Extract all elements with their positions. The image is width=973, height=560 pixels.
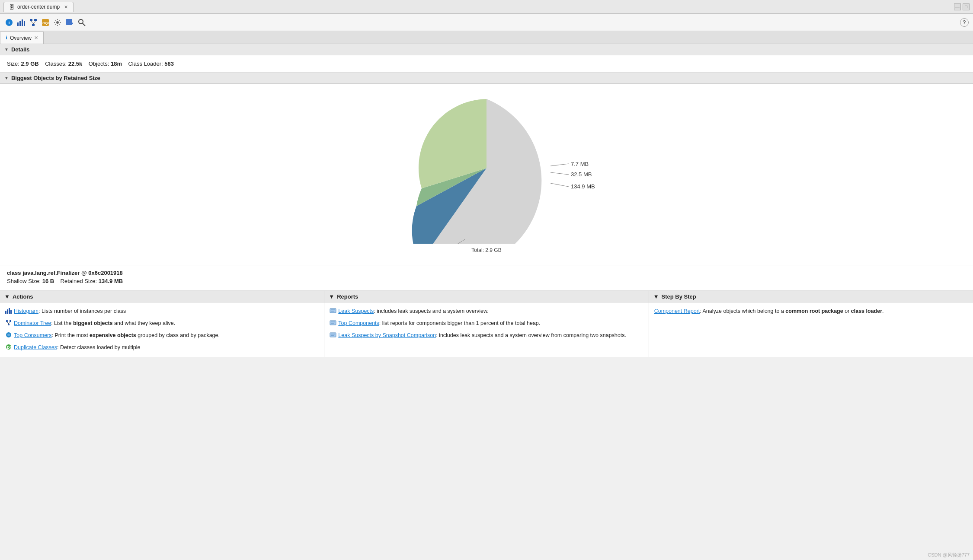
top-components-icon (330, 320, 336, 328)
svg-rect-12 (66, 19, 72, 25)
minimize-button[interactable]: — (954, 3, 961, 10)
svg-rect-23 (8, 324, 10, 325)
dominator-icon (5, 320, 12, 328)
reports-collapse-arrow[interactable]: ▼ (329, 293, 334, 300)
duplicate-classes-icon: DC (5, 344, 12, 353)
size-value: 2.9 GB (21, 60, 39, 67)
histogram-toolbar-icon[interactable] (16, 18, 26, 27)
actions-panel-header: ▼ Actions (0, 291, 324, 302)
step-by-step-panel: ▼ Step By Step Component Report: Analyze… (649, 291, 973, 357)
report-leak-snapshot: Leak Suspects by Snapshot Comparison: in… (330, 331, 643, 340)
step-panel-title: Step By Step (662, 293, 696, 300)
details-arrow: ▼ (4, 47, 9, 52)
report-top-components: Top Components: list reports for compone… (330, 319, 643, 328)
label-line-2 (551, 183, 569, 187)
search-toolbar-icon[interactable] (77, 18, 86, 27)
object-info: class java.lang.ref.Finalizer @ 0x6c2001… (0, 265, 973, 291)
dominator-link[interactable]: Dominator Tree (14, 320, 51, 326)
histogram-link[interactable]: Histogram (14, 308, 38, 314)
overview-tab-icon: ℹ (6, 35, 7, 41)
file-tab-label: order-center.dump (17, 4, 60, 10)
svg-rect-30 (330, 309, 336, 313)
action-top-consumers: Top Consumers: Print the most expensive … (5, 331, 319, 340)
svg-rect-4 (30, 19, 32, 21)
action-duplicate-classes: DC Duplicate Classes: Detect classes loa… (5, 343, 319, 353)
leak-suspects-icon (330, 308, 336, 316)
svg-rect-21 (6, 320, 8, 322)
top-consumers-link[interactable]: Top Consumers (14, 332, 52, 338)
class-loader-label: Class Loader: (128, 60, 163, 67)
duplicate-classes-link[interactable]: Duplicate Classes (14, 344, 57, 350)
classes-value: 22.5k (68, 60, 83, 67)
class-loader-value: 583 (164, 60, 174, 67)
label-text-4: 7.7 MB (571, 161, 589, 167)
biggest-objects-section-label: Biggest Objects by Retained Size (11, 75, 100, 81)
objects-value: 18m (111, 60, 122, 67)
svg-rect-3 (24, 21, 25, 26)
info-toolbar-icon[interactable]: i (4, 18, 14, 27)
actions-collapse-arrow[interactable]: ▼ (4, 293, 10, 300)
top-consumers-icon (5, 332, 12, 340)
chart-total: Total: 2.9 GB (471, 247, 501, 253)
svg-line-16 (83, 23, 85, 26)
maximize-button[interactable]: □ (963, 3, 970, 10)
step-by-step-panel-header: ▼ Step By Step (649, 291, 973, 302)
overview-tab[interactable]: ℹ Overview ✕ (0, 32, 44, 44)
details-section-header[interactable]: ▼ Details (0, 44, 973, 55)
component-report-link[interactable]: Component Report (654, 308, 700, 314)
main-content: ▼ Details Size: 2.9 GB Classes: 22.5k Ob… (0, 44, 973, 357)
leak-suspects-link[interactable]: Leak Suspects (338, 308, 374, 314)
help-area: ? (960, 18, 969, 27)
title-bar: 🗄 order-center.dump ✕ — □ (0, 0, 973, 14)
file-tab[interactable]: 🗄 order-center.dump ✕ (3, 2, 74, 12)
classes-label: Classes: (45, 60, 67, 67)
reports-panel-content: Leak Suspects: includes leak suspects an… (324, 302, 648, 345)
step-by-step-panel-content: Component Report: Analyze objects which … (649, 302, 973, 320)
svg-rect-20 (10, 310, 12, 314)
step-collapse-arrow[interactable]: ▼ (653, 293, 659, 300)
histogram-desc: : Lists number of instances per class (38, 308, 126, 314)
settings-toolbar-icon[interactable] (53, 18, 62, 27)
svg-point-27 (7, 334, 10, 336)
top-components-link[interactable]: Top Components (338, 320, 379, 326)
svg-point-11 (56, 21, 59, 24)
actions-panel-content: Histogram: Lists number of instances per… (0, 302, 324, 357)
label-line-3 (551, 172, 569, 175)
dominator-toolbar-icon[interactable] (29, 18, 38, 27)
svg-rect-36 (330, 333, 336, 337)
chart-area: 2.7 GB 7.7 MB 32.5 MB 134.9 MB Total: 2.… (0, 84, 973, 265)
overview-tab-close[interactable]: ✕ (34, 35, 38, 41)
svg-rect-19 (9, 308, 10, 314)
label-text-3: 32.5 MB (571, 171, 592, 178)
export-toolbar-icon[interactable] (65, 18, 74, 27)
details-content: Size: 2.9 GB Classes: 22.5k Objects: 18m… (0, 55, 973, 73)
svg-point-15 (79, 19, 83, 24)
action-dominator: Dominator Tree: List the biggest objects… (5, 319, 319, 328)
action-histogram: Histogram: Lists number of instances per… (5, 307, 319, 316)
retained-value: 134.9 MB (99, 278, 123, 284)
svg-rect-18 (7, 309, 8, 314)
file-tab-close[interactable]: ✕ (64, 4, 68, 10)
step-component-report: Component Report: Analyze objects which … (654, 307, 968, 315)
svg-rect-1 (19, 21, 21, 26)
report-leak-suspects: Leak Suspects: includes leak suspects an… (330, 307, 643, 316)
biggest-objects-section-header[interactable]: ▼ Biggest Objects by Retained Size (0, 73, 973, 84)
pie-chart: 2.7 GB 7.7 MB 32.5 MB 134.9 MB (335, 92, 638, 244)
help-icon[interactable]: ? (960, 18, 969, 27)
overview-tab-label: Overview (10, 35, 32, 41)
window-controls: — □ (954, 3, 970, 10)
histogram-icon (5, 308, 12, 316)
tab-strip: ℹ Overview ✕ (0, 31, 973, 44)
label-line-4 (551, 164, 569, 166)
sql-toolbar-icon[interactable]: OQL (41, 18, 50, 27)
svg-rect-5 (34, 19, 37, 21)
biggest-objects-arrow: ▼ (4, 76, 9, 80)
svg-rect-17 (5, 311, 6, 314)
svg-text:OQL: OQL (42, 21, 50, 25)
details-section-label: Details (11, 46, 30, 53)
size-info: Shallow Size: 16 B Retained Size: 134.9 … (7, 278, 966, 284)
leak-snapshot-link[interactable]: Leak Suspects by Snapshot Comparison (338, 332, 436, 338)
toolbar: i OQL ? (0, 14, 973, 31)
svg-rect-33 (330, 321, 336, 325)
reports-panel-header: ▼ Reports (324, 291, 648, 302)
